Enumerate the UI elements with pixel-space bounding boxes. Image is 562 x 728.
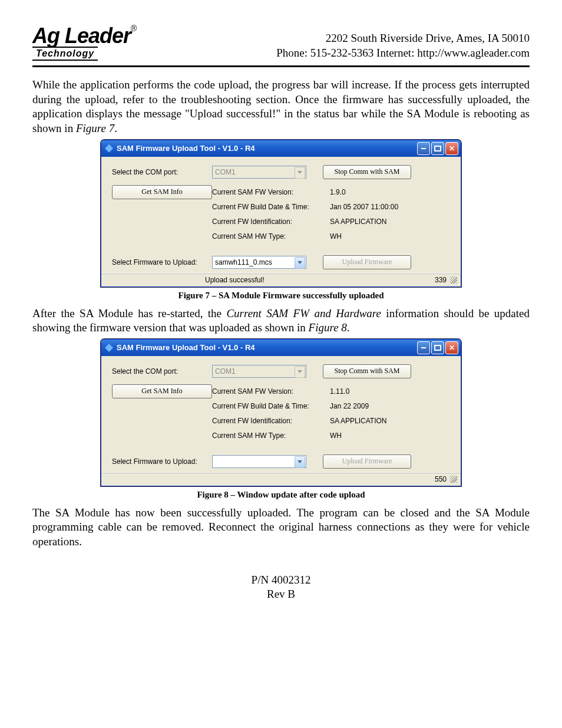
fw-build-date-value: Jan 05 2007 11:00:00 <box>330 200 398 215</box>
paragraph-3: The SA Module has now been successfully … <box>32 506 530 549</box>
resize-grip-icon[interactable] <box>450 476 457 483</box>
status-number: 550 <box>435 475 447 483</box>
part-number: P/N 4002312 <box>32 573 530 588</box>
fw-version-value: 1.9.0 <box>330 185 398 200</box>
chevron-down-icon <box>295 167 305 179</box>
window-title: SAM Firmware Upload Tool - V1.0 - R4 <box>117 144 255 153</box>
window-title: SAM Firmware Upload Tool - V1.0 - R4 <box>117 343 255 352</box>
revision: Rev B <box>32 587 530 602</box>
hw-type-value: WH <box>330 429 386 443</box>
firmware-select-label: Select Firmware to Upload: <box>112 457 212 466</box>
header-address: 2202 South Riverside Drive, Ames, IA 500… <box>276 31 530 46</box>
page-header: Ag Leader® Technology 2202 South Riversi… <box>32 24 530 67</box>
minimize-button[interactable] <box>417 142 430 155</box>
firmware-select-label: Select Firmware to Upload: <box>112 258 212 266</box>
chevron-down-icon <box>295 257 305 269</box>
maximize-button[interactable] <box>431 341 444 354</box>
header-contact: 2202 South Riverside Drive, Ames, IA 500… <box>276 31 530 61</box>
figure-7-wrap: SAM Firmware Upload Tool - V1.0 - R4 ✕ S… <box>32 140 530 287</box>
registered-mark: ® <box>131 24 137 33</box>
figure-7-window: SAM Firmware Upload Tool - V1.0 - R4 ✕ S… <box>101 140 461 287</box>
info-labels: Current SAM FW Version: Current FW Build… <box>212 185 330 245</box>
figure-7-caption: Figure 7 – SA Module Firmware successful… <box>32 291 530 301</box>
maximize-button[interactable] <box>431 142 444 155</box>
fw-version-value: 1.11.0 <box>330 384 386 399</box>
close-button[interactable]: ✕ <box>445 341 458 354</box>
firmware-select[interactable]: samwh111_0.mcs <box>212 256 306 269</box>
minimize-button[interactable] <box>417 341 430 354</box>
app-icon <box>105 344 113 352</box>
info-values: 1.11.0 Jan 22 2009 SA APPLICATION WH <box>330 384 386 444</box>
logo-main-text: Ag Leader <box>32 24 131 48</box>
figure-8-window: SAM Firmware Upload Tool - V1.0 - R4 ✕ S… <box>101 339 461 486</box>
status-message: Upload successful! <box>205 276 265 284</box>
logo-sub-text: Technology <box>32 47 98 61</box>
page-footer: P/N 4002312 Rev B <box>32 573 530 602</box>
status-number: 339 <box>435 276 447 284</box>
logo: Ag Leader® Technology <box>32 24 137 61</box>
document-page: Ag Leader® Technology 2202 South Riversi… <box>0 0 562 728</box>
upload-firmware-button[interactable]: Upload Firmware <box>323 454 411 469</box>
close-button[interactable]: ✕ <box>445 142 458 155</box>
title-bar[interactable]: SAM Firmware Upload Tool - V1.0 - R4 ✕ <box>101 140 461 157</box>
resize-grip-icon[interactable] <box>450 276 457 284</box>
paragraph-1: While the application performs the code … <box>32 78 530 136</box>
status-bar: 550 <box>101 472 461 486</box>
stop-comm-button[interactable]: Stop Comm with SAM <box>323 165 411 179</box>
firmware-select[interactable] <box>212 455 306 468</box>
app-icon <box>105 144 113 153</box>
chevron-down-icon <box>295 366 305 378</box>
fw-id-value: SA APPLICATION <box>330 414 386 429</box>
com-port-label: Select the COM port: <box>112 367 212 375</box>
com-port-label: Select the COM port: <box>112 168 212 176</box>
figure-8-wrap: SAM Firmware Upload Tool - V1.0 - R4 ✕ S… <box>32 339 530 486</box>
figure-8-caption: Figure 8 – Window update after code uplo… <box>32 490 530 500</box>
com-port-select[interactable]: COM1 <box>212 365 306 378</box>
header-phone-url: Phone: 515-232-5363 Internet: http://www… <box>276 45 530 61</box>
get-sam-info-button[interactable]: Get SAM Info <box>112 384 212 398</box>
upload-firmware-button[interactable]: Upload Firmware <box>323 255 411 269</box>
fw-build-date-value: Jan 22 2009 <box>330 399 386 414</box>
hw-type-value: WH <box>330 229 398 244</box>
stop-comm-button[interactable]: Stop Comm with SAM <box>323 364 411 378</box>
com-port-select[interactable]: COM1 <box>212 166 306 179</box>
fw-id-value: SA APPLICATION <box>330 215 398 229</box>
status-bar: Upload successful! 339 <box>101 273 461 286</box>
chevron-down-icon <box>295 456 305 468</box>
paragraph-2: After the SA Module has re-started, the … <box>32 307 530 335</box>
info-labels: Current SAM FW Version: Current FW Build… <box>212 384 330 444</box>
info-values: 1.9.0 Jan 05 2007 11:00:00 SA APPLICATIO… <box>330 185 398 245</box>
get-sam-info-button[interactable]: Get SAM Info <box>112 185 212 199</box>
title-bar[interactable]: SAM Firmware Upload Tool - V1.0 - R4 ✕ <box>101 340 461 356</box>
